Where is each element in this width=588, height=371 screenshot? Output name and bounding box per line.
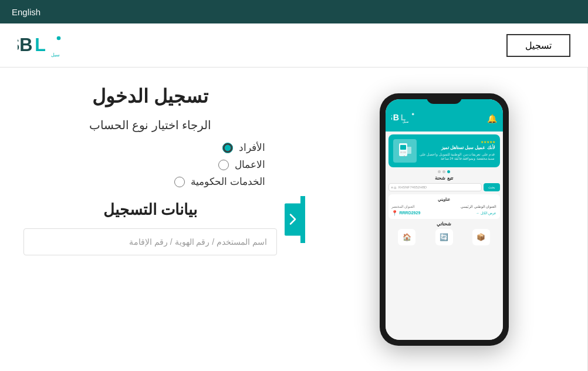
radio-individuals-label: الأفراد	[239, 141, 265, 154]
shipment-icon-1[interactable]: 📦	[472, 229, 490, 245]
phone-notch	[427, 93, 462, 104]
shipments-title: شحناتي	[388, 221, 500, 227]
shipment-icons-row: 📦 🔄 🏠	[388, 229, 500, 245]
banner-dots	[388, 170, 500, 173]
radio-business-label: الاعمال	[235, 158, 265, 171]
radio-business-input[interactable]	[218, 160, 229, 170]
language-switcher[interactable]: English	[12, 7, 40, 17]
view-all-link[interactable]: عرض الكل →	[476, 211, 497, 215]
account-type-label: الرجاء اختيار نوع الحساب	[23, 118, 277, 132]
address-row: العنوان الوطني الرئيسي العنوان المختصر	[391, 204, 497, 208]
phone-banner: ★★★★★ لأنك عميل سبل تستاهل تميز قدم على …	[388, 134, 500, 167]
top-bar: English	[0, 0, 588, 23]
banner-text: ★★★★★ لأنك عميل سبل تستاهل تميز قدم على …	[420, 140, 495, 161]
svg-text:B: B	[19, 35, 32, 55]
track-input[interactable]: e.g. XHSNF74652H8D	[388, 183, 482, 191]
register-button[interactable]: تسجيل	[506, 34, 570, 57]
radio-business[interactable]: الاعمال	[23, 158, 265, 171]
svg-text:سبل: سبل	[403, 120, 408, 123]
track-section-title: تتبع شحنة	[388, 176, 500, 181]
right-arrow-button[interactable]	[285, 203, 301, 235]
svg-text:S: S	[391, 112, 393, 122]
radio-government[interactable]: الخدمات الحكومية	[23, 176, 265, 188]
account-type-radio-group: الأفراد الاعمال الخدمات الحكومية	[23, 141, 277, 188]
username-input-wrapper	[23, 228, 277, 255]
username-input[interactable]	[23, 228, 277, 255]
radio-individuals[interactable]: الأفراد	[23, 141, 265, 154]
svg-point-14	[404, 156, 405, 157]
svg-text:L: L	[35, 35, 46, 55]
phone-body: ★★★★★ لأنك عميل سبل تستاهل تميز قدم على …	[386, 131, 503, 340]
svg-point-9	[411, 113, 414, 115]
header: تسجيل S B L سبل	[0, 23, 588, 68]
svg-rect-12	[400, 151, 403, 153]
address-main-label: العنوان الوطني الرئيسي	[461, 204, 496, 208]
radio-government-input[interactable]	[174, 177, 185, 187]
left-accent	[300, 196, 305, 243]
phone-screen: 🔔 S B L سبل	[386, 99, 503, 340]
svg-text:B: B	[393, 112, 398, 122]
shipment-icon-3[interactable]: 🏠	[398, 229, 415, 245]
svg-text:سبل: سبل	[51, 52, 60, 58]
logo-icon: S B L سبل	[18, 31, 65, 60]
phone-logo: S B L سبل	[391, 111, 418, 127]
address-code-wrapper: RRRD2929 📍	[391, 210, 421, 216]
address-section: عناويني العنوان الوطني الرئيسي العنوان ا…	[388, 194, 500, 219]
radio-individuals-input[interactable]	[222, 143, 233, 153]
phone-app-header: 🔔 S B L سبل	[386, 99, 503, 131]
registration-data-title: بيانات التسجيل	[23, 201, 277, 219]
radio-government-label: الخدمات الحكومية	[191, 176, 265, 188]
bell-icon: 🔔	[487, 114, 497, 123]
address-code: RRRD2929	[400, 211, 421, 215]
banner-image	[393, 139, 417, 163]
svg-rect-13	[403, 151, 406, 153]
address-title: عناويني	[391, 197, 497, 202]
svg-rect-15	[407, 147, 411, 154]
login-title: تسجيل الدخول	[23, 85, 277, 107]
address-sub-label: العنوان المختصر	[391, 204, 415, 208]
track-row: بحث e.g. XHSNF74652H8D	[388, 183, 500, 191]
address-code-row: عرض الكل → RRRD2929 📍	[391, 210, 497, 216]
phone-mockup: 🔔 S B L سبل	[380, 93, 509, 346]
logo: S B L سبل	[18, 31, 65, 60]
svg-rect-11	[400, 145, 406, 150]
track-button[interactable]: بحث	[484, 183, 500, 191]
svg-point-4	[57, 36, 61, 41]
shipment-icon-2[interactable]: 🔄	[435, 229, 453, 245]
login-panel: تسجيل الدخول الرجاء اختيار نوع الحساب ال…	[0, 68, 300, 371]
main-content: 🔔 S B L سبل	[0, 68, 588, 371]
location-icon: 📍	[391, 210, 398, 216]
phone-panel: 🔔 S B L سبل	[300, 68, 588, 371]
